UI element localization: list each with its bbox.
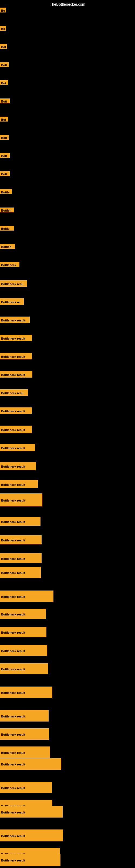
label-text-15: Bottleneck resu (0, 280, 27, 287)
bottleneck-label-4: Bot (0, 80, 8, 86)
bottleneck-label-26: Bottleneck result (0, 480, 38, 489)
bottleneck-label-19: Bottleneck result (0, 353, 32, 361)
bottleneck-label-42: Bottleneck result (0, 782, 52, 794)
bottleneck-label-8: Bott (0, 153, 10, 159)
label-text-28: Bottleneck result (0, 517, 41, 526)
bottleneck-label-36: Bottleneck result (0, 663, 48, 675)
bottleneck-label-29: Bottleneck result (0, 535, 42, 546)
bottleneck-label-30: Bottleneck result (0, 553, 42, 564)
bottleneck-label-33: Bottleneck result (0, 609, 46, 620)
bottleneck-label-37: Bottleneck result (0, 686, 52, 699)
label-text-5: Bott (0, 98, 10, 103)
bottleneck-label-2: Bot (0, 44, 7, 50)
label-text-21: Bottleneck resu (0, 389, 28, 396)
label-text-33: Bottleneck result (0, 609, 46, 619)
bottleneck-label-38: Bottleneck result (0, 710, 49, 723)
label-text-12: Bottle (0, 226, 14, 230)
bottleneck-label-47: Bottleneck result (0, 854, 60, 867)
bottleneck-label-10: Bottle (0, 189, 12, 195)
label-text-17: Bottleneck result (0, 316, 30, 323)
bottleneck-label-44: Bottleneck result (0, 806, 63, 818)
bottleneck-label-20: Bottleneck result (0, 371, 32, 379)
bottleneck-label-6: Bot (0, 117, 8, 123)
bottleneck-label-1: Bo (0, 26, 6, 32)
label-text-34: Bottleneck result (0, 627, 46, 637)
label-text-13: Bottlen (0, 244, 15, 249)
label-text-0: Bo (0, 8, 6, 12)
bottleneck-label-9: Bott (0, 171, 10, 177)
label-text-26: Bottleneck result (0, 480, 38, 488)
label-text-35: Bottleneck result (0, 645, 47, 656)
bottleneck-label-21: Bottleneck resu (0, 389, 28, 397)
bottleneck-label-45: Bottleneck result (0, 830, 63, 842)
label-text-20: Bottleneck result (0, 371, 32, 378)
label-text-10: Bottle (0, 189, 12, 194)
label-text-22: Bottleneck result (0, 407, 32, 414)
bottleneck-label-16: Bottleneck re (0, 299, 24, 306)
bottleneck-label-15: Bottleneck resu (0, 280, 27, 288)
label-text-44: Bottleneck result (0, 806, 63, 817)
label-text-31: Bottleneck result (0, 567, 41, 578)
label-text-36: Bottleneck result (0, 663, 48, 674)
label-text-7: Bott (0, 135, 9, 140)
bottleneck-label-27: Bottleneck result (0, 493, 42, 507)
bottleneck-label-7: Bott (0, 135, 9, 141)
site-title: TheBottlenecker.com (50, 2, 85, 6)
label-text-1: Bo (0, 26, 6, 31)
bottleneck-label-28: Bottleneck result (0, 517, 41, 527)
label-text-8: Bott (0, 153, 10, 158)
bottleneck-label-3: Bott (0, 62, 9, 68)
label-text-42: Bottleneck result (0, 782, 52, 793)
label-text-37: Bottleneck result (0, 686, 52, 698)
label-text-47: Bottleneck result (0, 854, 60, 866)
bottleneck-label-34: Bottleneck result (0, 627, 46, 638)
label-text-16: Bottleneck re (0, 299, 24, 305)
label-text-41: Bottleneck result (0, 758, 61, 770)
bottleneck-label-17: Bottleneck result (0, 316, 30, 324)
label-text-18: Bottleneck result (0, 335, 32, 341)
bottleneck-label-0: Bo (0, 8, 6, 13)
label-text-39: Bottleneck result (0, 728, 49, 740)
label-text-3: Bott (0, 62, 9, 67)
label-text-14: Bottleneck (0, 262, 19, 267)
bottleneck-label-31: Bottleneck result (0, 567, 41, 579)
label-text-23: Bottleneck result (0, 426, 32, 433)
bottleneck-label-23: Bottleneck result (0, 426, 32, 434)
bottleneck-label-41: Bottleneck result (0, 758, 61, 771)
label-text-38: Bottleneck result (0, 710, 49, 721)
bottleneck-label-40: Bottleneck result (0, 746, 50, 759)
bottleneck-label-13: Bottlen (0, 244, 15, 250)
bottleneck-label-32: Bottleneck result (0, 590, 53, 603)
label-text-45: Bottleneck result (0, 830, 63, 841)
label-text-19: Bottleneck result (0, 353, 32, 360)
label-text-30: Bottleneck result (0, 553, 42, 563)
label-text-6: Bot (0, 117, 8, 122)
label-text-24: Bottleneck result (0, 444, 35, 452)
label-text-27: Bottleneck result (0, 493, 42, 506)
bottleneck-label-18: Bottleneck result (0, 335, 32, 342)
bottleneck-label-5: Bott (0, 98, 10, 104)
bottleneck-label-11: Bottlen (0, 208, 14, 214)
bottleneck-label-24: Bottleneck result (0, 444, 35, 453)
label-text-32: Bottleneck result (0, 590, 53, 602)
bottleneck-label-22: Bottleneck result (0, 407, 32, 415)
label-text-4: Bot (0, 80, 8, 85)
bottleneck-label-35: Bottleneck result (0, 645, 47, 657)
bottleneck-label-14: Bottleneck (0, 262, 19, 268)
label-text-2: Bot (0, 44, 7, 49)
bottleneck-label-12: Bottle (0, 226, 14, 231)
label-text-29: Bottleneck result (0, 535, 42, 545)
bottleneck-label-25: Bottleneck result (0, 462, 36, 471)
label-text-11: Bottlen (0, 208, 14, 212)
label-text-25: Bottleneck result (0, 462, 36, 470)
label-text-40: Bottleneck result (0, 746, 50, 758)
bottleneck-label-39: Bottleneck result (0, 728, 49, 741)
label-text-9: Bott (0, 171, 10, 176)
